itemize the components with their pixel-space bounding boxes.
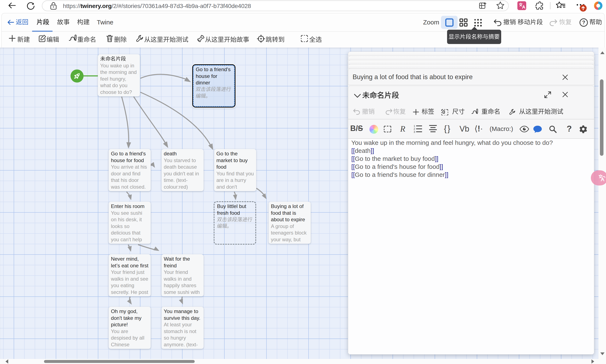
svg-text:R: R bbox=[400, 124, 405, 133]
svg-text:1: 1 bbox=[414, 124, 415, 128]
svg-text:?: ? bbox=[582, 20, 585, 25]
svg-text:3: 3 bbox=[414, 130, 415, 133]
svg-text:2: 2 bbox=[414, 127, 415, 130]
